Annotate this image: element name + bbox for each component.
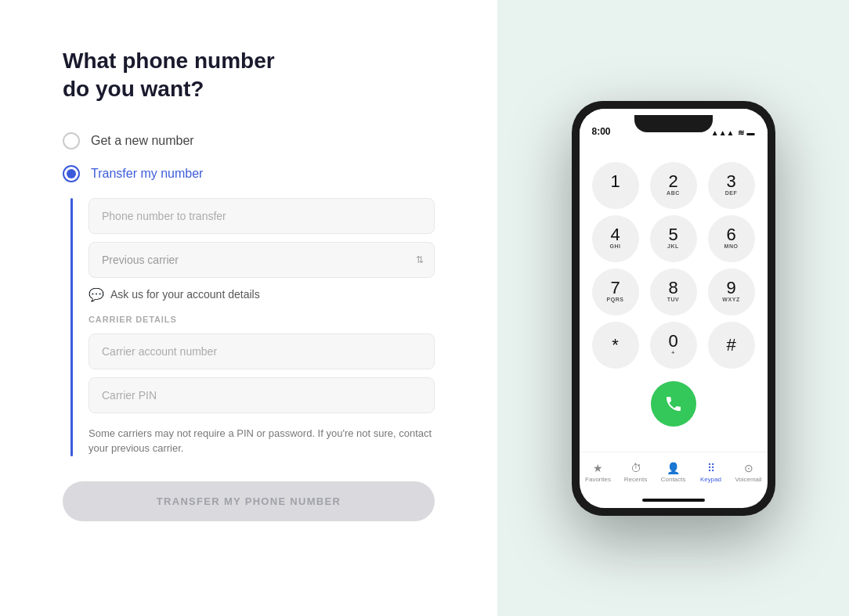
pin-note: Some carriers may not require a PIN or p… (89, 426, 435, 456)
contacts-icon: 👤 (667, 462, 680, 474)
status-time: 8:00 (592, 126, 611, 137)
phone-mockup: 8:00 ▲▲▲ ≋ ▬ 1 2 ABC (572, 101, 775, 516)
dial-button-5[interactable]: 5 JKL (650, 215, 697, 262)
home-indicator (580, 492, 768, 508)
section-border (70, 198, 73, 456)
nav-contacts[interactable]: 👤 Contacts (655, 462, 692, 483)
status-icons: ▲▲▲ ≋ ▬ (711, 128, 755, 137)
voicemail-icon: ⊙ (744, 462, 753, 474)
page-title: What phone number do you want? (63, 47, 435, 104)
dial-row-2: 4 GHI 5 JKL 6 MNO (592, 215, 755, 262)
call-button[interactable] (651, 381, 696, 427)
transfer-phone-number-button[interactable]: TRANSFER MY PHONE NUMBER (63, 481, 435, 521)
phone-call-icon (664, 394, 683, 413)
nav-recents-label: Recents (624, 476, 647, 483)
radio-transfer-number[interactable] (63, 165, 80, 182)
battery-icon: ▬ (747, 128, 755, 137)
dial-button-4[interactable]: 4 GHI (592, 215, 639, 262)
dial-button-8[interactable]: 8 TUV (650, 268, 697, 315)
carrier-details-label: CARRIER DETAILS (89, 315, 435, 324)
transfer-section: Previous carrier ⇅ 💬 Ask us for your acc… (63, 198, 435, 456)
signal-icon: ▲▲▲ (711, 128, 735, 137)
nav-contacts-label: Contacts (661, 476, 686, 483)
home-bar (642, 499, 705, 502)
recents-icon: ⏱ (630, 462, 641, 474)
nav-recents[interactable]: ⏱ Recents (617, 462, 655, 483)
nav-keypad-label: Keypad (700, 476, 721, 483)
favorites-icon: ★ (593, 462, 603, 474)
option-transfer-number[interactable]: Transfer my number (63, 165, 435, 182)
dial-pad: 1 2 ABC 3 DEF 4 GHI (580, 140, 768, 452)
dial-button-2[interactable]: 2 ABC (650, 162, 697, 209)
dial-button-7[interactable]: 7 PQRS (592, 268, 639, 315)
phone-bottom-nav: ★ Favorites ⏱ Recents 👤 Contacts ⠿ Keypa… (580, 452, 768, 492)
nav-favorites[interactable]: ★ Favorites (580, 462, 617, 483)
nav-voicemail[interactable]: ⊙ Voicemail (730, 462, 768, 483)
dial-row-4: * 0 + # (592, 322, 755, 369)
dial-button-hash[interactable]: # (708, 322, 755, 369)
nav-voicemail-label: Voicemail (735, 476, 761, 483)
previous-carrier-select[interactable]: Previous carrier (89, 242, 435, 278)
dial-button-1[interactable]: 1 (592, 162, 639, 209)
left-panel: What phone number do you want? Get a new… (0, 0, 497, 616)
option-new-number-label: Get a new number (91, 134, 194, 148)
chat-icon: 💬 (89, 287, 104, 302)
carrier-pin-input[interactable] (89, 377, 435, 413)
dial-button-0[interactable]: 0 + (650, 322, 697, 369)
ask-us-row: 💬 Ask us for your account details (89, 287, 435, 302)
transfer-form: Previous carrier ⇅ 💬 Ask us for your acc… (89, 198, 435, 456)
option-new-number[interactable]: Get a new number (63, 132, 435, 149)
dial-row-1: 1 2 ABC 3 DEF (592, 162, 755, 209)
carrier-select-wrapper: Previous carrier ⇅ (89, 242, 435, 278)
phone-number-input[interactable] (89, 198, 435, 234)
dial-row-3: 7 PQRS 8 TUV 9 WXYZ (592, 268, 755, 315)
dial-button-3[interactable]: 3 DEF (708, 162, 755, 209)
phone-notch (634, 115, 713, 132)
nav-keypad[interactable]: ⠿ Keypad (692, 462, 730, 483)
nav-favorites-label: Favorites (585, 476, 611, 483)
ask-us-text: Ask us for your account details (110, 288, 260, 301)
keypad-icon: ⠿ (707, 462, 715, 474)
wifi-icon: ≋ (738, 128, 744, 137)
carrier-account-number-input[interactable] (89, 333, 435, 369)
right-panel: 8:00 ▲▲▲ ≋ ▬ 1 2 ABC (497, 0, 849, 616)
dial-button-9[interactable]: 9 WXYZ (708, 268, 755, 315)
dial-button-star[interactable]: * (592, 322, 639, 369)
phone-screen: 8:00 ▲▲▲ ≋ ▬ 1 2 ABC (580, 109, 768, 508)
radio-new-number[interactable] (63, 132, 80, 149)
option-transfer-number-label: Transfer my number (91, 167, 203, 181)
dial-button-6[interactable]: 6 MNO (708, 215, 755, 262)
